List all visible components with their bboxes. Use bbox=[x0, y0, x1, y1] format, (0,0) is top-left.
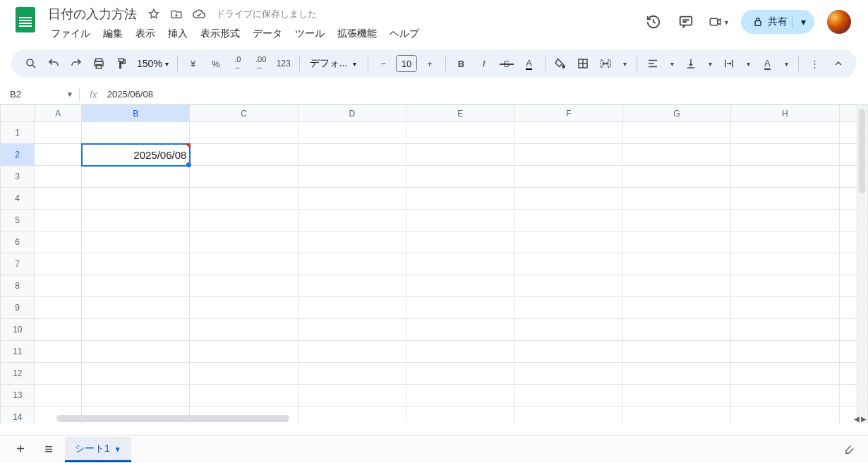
svg-rect-1 bbox=[710, 18, 717, 25]
col-header-F[interactable]: F bbox=[514, 105, 622, 122]
merge-cells-button[interactable] bbox=[596, 54, 615, 73]
rotate-button[interactable]: A bbox=[757, 54, 777, 73]
menu-tools[interactable]: ツール bbox=[289, 25, 330, 43]
sheet-tab-1[interactable]: シート1 ▼ bbox=[65, 437, 131, 462]
col-header-B[interactable]: B bbox=[82, 105, 190, 122]
save-status: ドライブに保存しました bbox=[216, 8, 317, 20]
bold-button[interactable]: B bbox=[452, 54, 471, 73]
svg-rect-0 bbox=[680, 17, 692, 25]
spreadsheet-grid[interactable]: A B C D E F G H 1 22025/06/08 3 4 5 6 7 … bbox=[0, 104, 868, 423]
row-header-12[interactable]: 12 bbox=[1, 363, 35, 385]
currency-button[interactable]: ¥ bbox=[183, 54, 203, 73]
move-icon[interactable] bbox=[168, 6, 185, 23]
sheet-tab-menu-icon[interactable]: ▼ bbox=[114, 445, 121, 453]
row-header-9[interactable]: 9 bbox=[1, 297, 35, 319]
col-header-C[interactable]: C bbox=[190, 105, 298, 122]
col-header-A[interactable]: A bbox=[35, 105, 82, 122]
undo-icon[interactable] bbox=[44, 54, 64, 73]
percent-button[interactable]: % bbox=[206, 54, 226, 73]
row-header-13[interactable]: 13 bbox=[1, 385, 35, 407]
account-avatar[interactable] bbox=[827, 10, 851, 34]
row-header-1[interactable]: 1 bbox=[1, 122, 35, 144]
col-header-E[interactable]: E bbox=[406, 105, 514, 122]
valign-dropdown[interactable]: ▾ bbox=[704, 54, 716, 73]
fill-color-button[interactable] bbox=[550, 54, 570, 73]
all-sheets-button[interactable]: ≡ bbox=[37, 438, 61, 462]
history-icon[interactable] bbox=[644, 12, 663, 32]
font-size-decrease[interactable]: − bbox=[373, 54, 393, 73]
wrap-button[interactable] bbox=[719, 54, 739, 73]
explore-button[interactable] bbox=[840, 440, 860, 459]
more-formats-button[interactable]: 123 bbox=[274, 54, 294, 73]
borders-button[interactable] bbox=[573, 54, 593, 73]
menu-data[interactable]: データ bbox=[247, 25, 288, 43]
fx-icon: fx bbox=[85, 89, 102, 100]
select-all-corner[interactable] bbox=[1, 105, 35, 122]
row-header-6[interactable]: 6 bbox=[1, 232, 35, 253]
row-header-10[interactable]: 10 bbox=[1, 319, 35, 341]
increase-decimals-button[interactable]: .00→ bbox=[251, 54, 271, 73]
rotate-dropdown[interactable]: ▾ bbox=[780, 54, 792, 73]
doc-title[interactable]: 日付の入力方法 bbox=[45, 5, 140, 23]
col-header-G[interactable]: G bbox=[622, 105, 730, 122]
menu-insert[interactable]: 挿入 bbox=[162, 25, 193, 43]
row-header-5[interactable]: 5 bbox=[1, 210, 35, 232]
menu-bar: ファイル 編集 表示 挿入 表示形式 データ ツール 拡張機能 ヘルプ bbox=[45, 24, 644, 44]
meet-button[interactable]: ▾ bbox=[709, 12, 728, 32]
valign-button[interactable] bbox=[681, 54, 701, 73]
add-sheet-button[interactable]: + bbox=[8, 438, 32, 462]
italic-button[interactable]: I bbox=[474, 54, 494, 73]
star-icon[interactable] bbox=[145, 6, 162, 23]
formula-bar[interactable]: 2025/06/08 bbox=[107, 89, 153, 100]
scroll-left-icon[interactable]: ◀ bbox=[854, 415, 860, 423]
decrease-decimals-button[interactable]: .0← bbox=[229, 54, 248, 73]
toolbar: 150%▾ ¥ % .0← .00→ 123 デフォ...▾ − 10 + B … bbox=[11, 49, 857, 78]
strikethrough-button[interactable]: S bbox=[497, 54, 517, 73]
row-header-14[interactable]: 14 bbox=[1, 407, 35, 424]
horizontal-scrollbar[interactable] bbox=[34, 414, 854, 423]
row-header-4[interactable]: 4 bbox=[1, 188, 35, 210]
font-size-input[interactable]: 10 bbox=[396, 55, 416, 72]
zoom-select[interactable]: 150%▾ bbox=[134, 58, 171, 69]
toolbar-more-icon[interactable]: ⋮ bbox=[804, 54, 824, 73]
row-header-11[interactable]: 11 bbox=[1, 341, 35, 363]
print-icon[interactable] bbox=[89, 54, 109, 73]
paint-format-icon[interactable] bbox=[111, 54, 131, 73]
sheets-logo[interactable] bbox=[11, 6, 40, 34]
menu-format[interactable]: 表示形式 bbox=[195, 25, 246, 43]
menu-view[interactable]: 表示 bbox=[130, 25, 161, 43]
svg-rect-2 bbox=[755, 21, 761, 26]
menu-edit[interactable]: 編集 bbox=[97, 25, 128, 43]
vertical-scrollbar[interactable] bbox=[857, 104, 867, 423]
merge-dropdown[interactable]: ▾ bbox=[618, 54, 631, 73]
menu-extensions[interactable]: 拡張機能 bbox=[332, 25, 382, 43]
menu-file[interactable]: ファイル bbox=[45, 25, 96, 43]
row-header-3[interactable]: 3 bbox=[1, 166, 35, 188]
halign-dropdown[interactable]: ▾ bbox=[665, 54, 678, 73]
svg-point-3 bbox=[27, 59, 33, 66]
menu-help[interactable]: ヘルプ bbox=[384, 25, 425, 43]
row-header-8[interactable]: 8 bbox=[1, 275, 35, 297]
row-header-2[interactable]: 2 bbox=[1, 144, 35, 166]
font-select[interactable]: デフォ...▾ bbox=[306, 57, 362, 70]
scroll-right-icon[interactable]: ▶ bbox=[861, 415, 867, 423]
col-header-D[interactable]: D bbox=[298, 105, 406, 122]
cell-B2[interactable]: 2025/06/08 bbox=[82, 144, 190, 166]
share-label: 共有 bbox=[768, 16, 788, 28]
cloud-saved-icon[interactable] bbox=[191, 6, 207, 23]
comment-icon[interactable] bbox=[676, 12, 696, 32]
share-button[interactable]: 共有 ▾ bbox=[741, 10, 814, 34]
namebox-dropdown-icon[interactable]: ▼ bbox=[66, 90, 73, 98]
font-size-increase[interactable]: + bbox=[420, 54, 440, 73]
search-menus-icon[interactable] bbox=[21, 54, 41, 73]
collapse-toolbar-icon[interactable] bbox=[830, 54, 847, 73]
wrap-dropdown[interactable]: ▾ bbox=[742, 54, 754, 73]
redo-icon[interactable] bbox=[66, 54, 86, 73]
name-box[interactable]: B2 bbox=[6, 89, 61, 100]
row-header-7[interactable]: 7 bbox=[1, 253, 35, 275]
text-color-button[interactable]: A bbox=[519, 54, 539, 73]
halign-button[interactable] bbox=[643, 54, 663, 73]
col-header-H[interactable]: H bbox=[731, 105, 839, 122]
sheet-tab-label: シート1 bbox=[75, 443, 110, 455]
share-caret-icon[interactable]: ▾ bbox=[792, 16, 809, 28]
